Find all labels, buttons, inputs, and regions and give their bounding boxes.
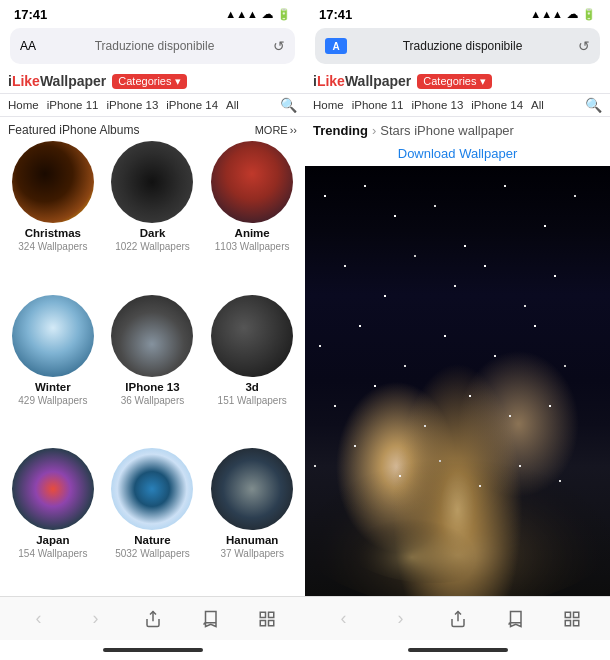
right-wifi-icon: ☁ bbox=[567, 8, 578, 21]
album-christmas[interactable]: Christmas 324 Wallpapers bbox=[6, 141, 100, 289]
translate-icon: A bbox=[325, 38, 347, 54]
album-dark-count: 1022 Wallpapers bbox=[115, 241, 190, 252]
right-home-bar bbox=[408, 648, 508, 652]
album-iphone13-count: 36 Wallpapers bbox=[121, 395, 185, 406]
left-site-logo: iLikeWallpaper bbox=[8, 73, 106, 89]
album-iphone13-thumb bbox=[111, 295, 193, 377]
album-christmas-count: 324 Wallpapers bbox=[18, 241, 87, 252]
album-japan-thumb bbox=[12, 448, 94, 530]
left-section-title: Featured iPhone Albums bbox=[8, 123, 139, 137]
left-status-icons: ▲▲▲ ☁ 🔋 bbox=[225, 8, 291, 21]
album-nature-count: 5032 Wallpapers bbox=[115, 548, 190, 559]
album-nature[interactable]: Nature 5032 Wallpapers bbox=[106, 448, 200, 596]
album-dark-thumb bbox=[111, 141, 193, 223]
left-time: 17:41 bbox=[14, 7, 47, 22]
album-dark[interactable]: Dark 1022 Wallpapers bbox=[106, 141, 200, 289]
left-site-header: iLikeWallpaper Categories ▾ bbox=[0, 69, 305, 94]
right-address-bar[interactable]: A Traduzione disponibile ↺ bbox=[315, 28, 600, 64]
album-nature-thumb bbox=[111, 448, 193, 530]
right-status-icons: ▲▲▲ ☁ 🔋 bbox=[530, 8, 596, 21]
left-home-indicator bbox=[0, 640, 305, 660]
trending-separator: › bbox=[372, 123, 376, 138]
left-nav-iphone11[interactable]: iPhone 11 bbox=[47, 99, 99, 111]
right-nav-all[interactable]: All bbox=[531, 99, 544, 111]
signal-icon: ▲▲▲ bbox=[225, 8, 258, 20]
left-nav-all[interactable]: All bbox=[226, 99, 239, 111]
right-nav-home[interactable]: Home bbox=[313, 99, 344, 111]
svg-rect-2 bbox=[268, 612, 273, 617]
right-reload-icon[interactable]: ↺ bbox=[578, 38, 590, 54]
right-phone-panel: 17:41 ▲▲▲ ☁ 🔋 A Traduzione disponibile ↺… bbox=[305, 0, 610, 660]
album-hanuman-thumb bbox=[211, 448, 293, 530]
svg-point-6 bbox=[326, 454, 539, 583]
album-iphone13[interactable]: IPhone 13 36 Wallpapers bbox=[106, 295, 200, 443]
left-url-display[interactable]: Traduzione disponibile bbox=[42, 39, 267, 53]
album-3d[interactable]: 3d 151 Wallpapers bbox=[205, 295, 299, 443]
svg-rect-10 bbox=[573, 620, 578, 625]
right-back-button[interactable]: ‹ bbox=[326, 601, 362, 637]
album-hanuman[interactable]: Hanuman 37 Wallpapers bbox=[205, 448, 299, 596]
wifi-icon: ☁ bbox=[262, 8, 273, 21]
right-time: 17:41 bbox=[319, 7, 352, 22]
battery-icon: 🔋 bbox=[277, 8, 291, 21]
album-winter[interactable]: Winter 429 Wallpapers bbox=[6, 295, 100, 443]
left-tabs-button[interactable] bbox=[249, 601, 285, 637]
left-albums-grid: Christmas 324 Wallpapers Dark 1022 Wallp… bbox=[0, 141, 305, 596]
left-section-header: Featured iPhone Albums MORE ›› bbox=[0, 117, 305, 141]
left-forward-button[interactable]: › bbox=[78, 601, 114, 637]
album-anime[interactable]: Anime 1103 Wallpapers bbox=[205, 141, 299, 289]
right-site-nav: Home iPhone 11 iPhone 13 iPhone 14 All 🔍 bbox=[305, 94, 610, 117]
right-signal-icon: ▲▲▲ bbox=[530, 8, 563, 20]
aa-label[interactable]: AA bbox=[20, 39, 36, 53]
left-bookmarks-button[interactable] bbox=[192, 601, 228, 637]
svg-rect-4 bbox=[260, 620, 265, 625]
left-back-button[interactable]: ‹ bbox=[21, 601, 57, 637]
left-more-link[interactable]: MORE ›› bbox=[255, 124, 297, 136]
right-tabs-button[interactable] bbox=[554, 601, 590, 637]
left-status-bar: 17:41 ▲▲▲ ☁ 🔋 bbox=[0, 0, 305, 28]
trending-label: Trending bbox=[313, 123, 368, 138]
download-wallpaper-link[interactable]: Download Wallpaper bbox=[394, 142, 521, 165]
left-categories-button[interactable]: Categories ▾ bbox=[112, 74, 186, 89]
right-status-bar: 17:41 ▲▲▲ ☁ 🔋 bbox=[305, 0, 610, 28]
left-site-nav: Home iPhone 11 iPhone 13 iPhone 14 All 🔍 bbox=[0, 94, 305, 117]
right-search-icon[interactable]: 🔍 bbox=[585, 97, 602, 113]
left-nav-home[interactable]: Home bbox=[8, 99, 39, 111]
left-address-bar[interactable]: AA Traduzione disponibile ↺ bbox=[10, 28, 295, 64]
left-nav-iphone14[interactable]: iPhone 14 bbox=[166, 99, 218, 111]
right-battery-icon: 🔋 bbox=[582, 8, 596, 21]
wallpaper-display bbox=[305, 166, 610, 596]
album-winter-count: 429 Wallpapers bbox=[18, 395, 87, 406]
svg-rect-1 bbox=[260, 612, 265, 617]
right-share-button[interactable] bbox=[440, 601, 476, 637]
right-site-header: iLikeWallpaper Categories ▾ bbox=[305, 69, 610, 94]
right-nav-iphone11[interactable]: iPhone 11 bbox=[352, 99, 404, 111]
album-3d-name: 3d bbox=[245, 381, 258, 393]
album-hanuman-name: Hanuman bbox=[226, 534, 278, 546]
right-nav-iphone13[interactable]: iPhone 13 bbox=[411, 99, 463, 111]
left-reload-icon[interactable]: ↺ bbox=[273, 38, 285, 54]
svg-rect-11 bbox=[565, 620, 570, 625]
right-site-logo: iLikeWallpaper bbox=[313, 73, 411, 89]
left-search-icon[interactable]: 🔍 bbox=[280, 97, 297, 113]
right-nav-iphone14[interactable]: iPhone 14 bbox=[471, 99, 523, 111]
album-anime-name: Anime bbox=[235, 227, 270, 239]
trending-header: Trending › Stars iPhone wallpaper bbox=[305, 117, 610, 142]
right-categories-button[interactable]: Categories ▾ bbox=[417, 74, 491, 89]
right-bottom-toolbar: ‹ › bbox=[305, 596, 610, 640]
right-bookmarks-button[interactable] bbox=[497, 601, 533, 637]
album-anime-count: 1103 Wallpapers bbox=[215, 241, 290, 252]
right-url-display[interactable]: Traduzione disponibile bbox=[353, 39, 572, 53]
album-hanuman-count: 37 Wallpapers bbox=[220, 548, 284, 559]
milky-way-svg bbox=[305, 166, 610, 596]
left-share-button[interactable] bbox=[135, 601, 171, 637]
download-link-container[interactable]: Download Wallpaper bbox=[305, 142, 610, 166]
album-christmas-name: Christmas bbox=[25, 227, 81, 239]
left-nav-iphone13[interactable]: iPhone 13 bbox=[106, 99, 158, 111]
album-3d-count: 151 Wallpapers bbox=[218, 395, 287, 406]
album-3d-thumb bbox=[211, 295, 293, 377]
right-forward-button[interactable]: › bbox=[383, 601, 419, 637]
album-japan[interactable]: Japan 154 Wallpapers bbox=[6, 448, 100, 596]
trending-subtitle: Stars iPhone wallpaper bbox=[380, 123, 514, 138]
left-phone-panel: 17:41 ▲▲▲ ☁ 🔋 AA Traduzione disponibile … bbox=[0, 0, 305, 660]
